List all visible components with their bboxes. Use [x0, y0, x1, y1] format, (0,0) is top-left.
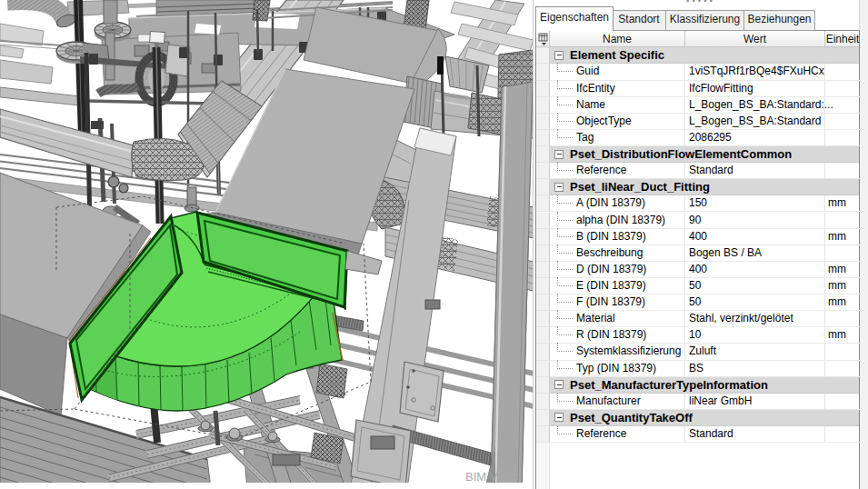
- svg-text:BIM Vision: BIM Vision: [465, 470, 522, 484]
